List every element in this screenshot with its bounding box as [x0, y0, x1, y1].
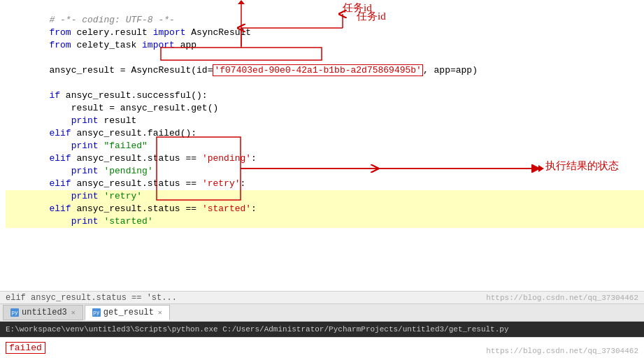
tab-close-untitled3[interactable]: ✕ [71, 308, 76, 317]
run-path: E:\workspace\venv\untitled3\Scripts\pyth… [6, 325, 509, 334]
run-bar: E:\workspace\venv\untitled3\Scripts\pyth… [0, 322, 644, 337]
watermark: https://blog.csdn.net/qq_37304462 [486, 294, 638, 302]
tabs-bar: py untitled3 ✕ py get_result ✕ [0, 303, 644, 322]
watermark-bottom: https://blog.csdn.net/qq_37304462 [486, 347, 638, 355]
output-failed-text: failed [6, 342, 45, 354]
tab-label-untitled3: untitled3 [22, 308, 67, 317]
tab-get-result[interactable]: py get_result ✕ [85, 305, 170, 320]
tab-untitled3[interactable]: py untitled3 ✕ [3, 305, 83, 320]
bottom-status-bar: elif ansyc_result.status == 'st... https… [0, 291, 644, 303]
keyword: from [49, 27, 71, 38]
comment-text: # -*- coding: UTF-8 -*- [49, 15, 174, 25]
editor-area: # -*- coding: UTF-8 -*- from celery.resu… [0, 0, 644, 303]
tab-label-get-result: get_result [103, 308, 154, 317]
tab-close-get-result[interactable]: ✕ [158, 308, 162, 317]
tab-icon-get-result: py [92, 308, 101, 317]
task-id-highlight: 'f07403ed-90e0-42a1-b1bb-a2d75869495b' [213, 64, 422, 76]
code-line: if ansyc_result.successful(): [6, 77, 644, 90]
code-line: ansyc_result = AsyncResult(id='f07403ed-… [6, 52, 644, 64]
output-area: failed https://blog.csdn.net/qq_37304462 [0, 337, 644, 358]
status-text: elif ansyc_result.status == 'st... [6, 293, 177, 303]
code-line: # -*- coding: UTF-8 -*- [6, 1, 644, 14]
code-lines: # -*- coding: UTF-8 -*- from celery.resu… [0, 0, 644, 291]
code-container: # -*- coding: UTF-8 -*- from celery.resu… [0, 0, 644, 291]
tab-icon-untitled3: py [10, 308, 19, 317]
